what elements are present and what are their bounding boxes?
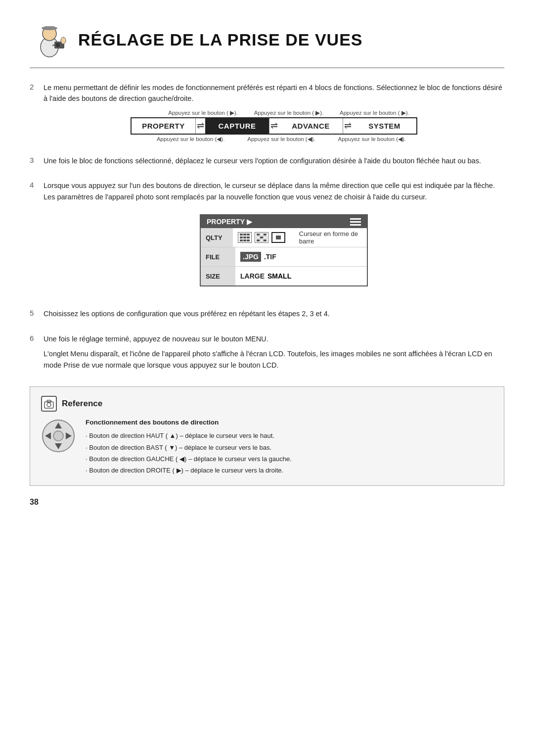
- step-4: 4 Lorsque vous appuyez sur l'un des bout…: [30, 180, 504, 298]
- menu-nav-diagram: Appuyez sur le bouton ( ▶). Appuyez sur …: [44, 109, 504, 142]
- qlty-label: QLTY: [201, 228, 233, 247]
- nav-hints-bottom: Appuyez sur le bouton (◀). Appuyez sur l…: [131, 136, 417, 142]
- qlty-icon-dot: [271, 232, 285, 243]
- file-tif: .TIF: [264, 253, 276, 261]
- property-header-label: PROPERTY ▶: [207, 218, 252, 226]
- step-2-text: Le menu permettant de définir les modes …: [44, 82, 504, 104]
- svg-rect-16: [247, 239, 250, 241]
- page-header: RÉGLAGE DE LA PRISE DE VUES: [30, 20, 504, 68]
- nav-item-capture: CAPTURE: [205, 118, 269, 134]
- svg-rect-11: [240, 236, 243, 238]
- file-jpg: .JPG: [240, 252, 261, 262]
- step-6-text1: Une fois le réglage terminé, appuyez de …: [44, 333, 504, 344]
- property-panel-diagram: PROPERTY ▶ QLTY: [200, 214, 368, 286]
- svg-point-7: [61, 37, 66, 44]
- bar-3: [350, 224, 361, 226]
- svg-rect-17: [257, 234, 260, 236]
- size-small: SMALL: [267, 272, 291, 280]
- hint-top-right: Appuyez sur le bouton ( ▶).: [340, 109, 409, 116]
- header-illustration: [30, 20, 69, 59]
- step-2-content: Le menu permettant de définir les modes …: [44, 82, 504, 145]
- reference-box: Reference Fonctionnement des boutons: [30, 386, 504, 486]
- size-large: LARGE: [240, 272, 265, 280]
- step-5-content: Choisissez les options de configuration …: [44, 308, 504, 323]
- nav-item-advance: ADVANCE: [279, 118, 343, 134]
- qlty-icon-grid: [238, 232, 252, 243]
- step-6: 6 Une fois le réglage terminé, appuyez d…: [30, 333, 504, 375]
- property-panel-header: PROPERTY ▶: [201, 215, 367, 228]
- step-3-text: Une fois le bloc de fonctions sélectionn…: [44, 155, 504, 166]
- step-5-text: Choisissez les options de configuration …: [44, 308, 504, 319]
- property-row-file: FILE .JPG .TIF: [201, 247, 367, 267]
- bar-2: [350, 221, 361, 223]
- step-6-number: 6: [30, 333, 41, 342]
- page-number: 38: [30, 498, 504, 507]
- file-values: .JPG .TIF: [235, 249, 367, 265]
- step-6-content: Une fois le réglage terminé, appuyez de …: [44, 333, 504, 375]
- svg-rect-15: [243, 239, 246, 241]
- svg-rect-29: [47, 400, 51, 402]
- property-row-size: SIZE LARGE SMALL: [201, 267, 367, 285]
- step-2: 2 Le menu permettant de définir les mode…: [30, 82, 504, 145]
- svg-point-28: [47, 403, 51, 407]
- svg-rect-9: [243, 234, 246, 236]
- qlty-values: [233, 229, 290, 246]
- file-label: FILE: [201, 247, 235, 266]
- curseur-label: Curseur en forme de barre: [299, 230, 367, 245]
- svg-rect-22: [264, 236, 267, 238]
- ref-item-2: Bouton de direction BAST ( ▼) – déplace …: [86, 442, 493, 453]
- reference-icon: [41, 396, 57, 412]
- page-title: RÉGLAGE DE LA PRISE DE VUES: [78, 30, 363, 49]
- step-4-content: Lorsque vous appuyez sur l'un des bouton…: [44, 180, 504, 298]
- reference-content: Fonctionnement des boutons de direction …: [86, 419, 493, 476]
- hint-top-left: Appuyez sur le bouton ( ▶).: [168, 109, 238, 116]
- reference-subtitle: Fonctionnement des boutons de direction: [86, 419, 493, 426]
- svg-point-5: [56, 43, 60, 47]
- dpad-illustration: [41, 419, 76, 453]
- nav-sep-1: ⇌: [196, 120, 205, 131]
- nav-item-property: PROPERTY: [132, 118, 196, 134]
- prop-header-bars: [350, 218, 361, 226]
- svg-rect-20: [257, 236, 260, 238]
- nav-bar: PROPERTY ⇌ CAPTURE ⇌ ADVANCE ⇌ SYSTEM: [131, 117, 417, 135]
- hint-top-mid: Appuyez sur le bouton ( ▶).: [254, 109, 324, 116]
- step-2-number: 2: [30, 82, 41, 91]
- svg-rect-3: [44, 26, 54, 29]
- ref-item-1: Bouton de direction HAUT ( ▲) – déplace …: [86, 430, 493, 441]
- step-3-number: 3: [30, 155, 41, 164]
- svg-rect-12: [243, 236, 246, 238]
- svg-rect-19: [264, 234, 267, 236]
- nav-sep-3: ⇌: [343, 120, 353, 131]
- reference-title: Reference: [62, 399, 102, 409]
- nav-sep-2: ⇌: [269, 120, 279, 131]
- svg-rect-10: [247, 234, 250, 236]
- qlty-icon-cross: [255, 232, 268, 243]
- svg-point-35: [53, 431, 63, 441]
- svg-rect-21: [260, 236, 263, 238]
- svg-rect-14: [240, 239, 243, 241]
- bar-1: [350, 218, 361, 220]
- svg-rect-24: [260, 239, 263, 241]
- step-4-text: Lorsque vous appuyez sur l'un des bouton…: [44, 180, 504, 202]
- step-3: 3 Une fois le bloc de fonctions sélectio…: [30, 155, 504, 170]
- size-values: LARGE SMALL: [235, 269, 367, 283]
- svg-rect-13: [247, 236, 250, 238]
- svg-rect-26: [276, 236, 281, 239]
- reference-header: Reference: [41, 396, 493, 412]
- svg-rect-8: [240, 234, 243, 236]
- svg-rect-23: [257, 239, 260, 241]
- hint-bottom-right: Appuyez sur le bouton (◀).: [338, 136, 406, 142]
- reference-list: Bouton de direction HAUT ( ▲) – déplace …: [86, 430, 493, 476]
- step-6-text2: L'onglet Menu disparaît, et l'icône de l…: [44, 348, 504, 371]
- ref-item-4: Bouton de direction DROITE ( ▶) – déplac…: [86, 465, 493, 476]
- step-4-number: 4: [30, 180, 41, 189]
- nav-item-system: SYSTEM: [353, 118, 416, 134]
- hint-bottom-left: Appuyez sur le bouton (◀).: [157, 136, 225, 142]
- step-5: 5 Choisissez les options de configuratio…: [30, 308, 504, 323]
- svg-rect-25: [264, 239, 267, 241]
- size-label: SIZE: [201, 267, 235, 285]
- svg-rect-18: [260, 234, 263, 236]
- property-row-qlty: QLTY: [201, 228, 367, 247]
- nav-hints-top: Appuyez sur le bouton ( ▶). Appuyez sur …: [131, 109, 417, 116]
- hint-bottom-mid: Appuyez sur le bouton (◀).: [247, 136, 315, 142]
